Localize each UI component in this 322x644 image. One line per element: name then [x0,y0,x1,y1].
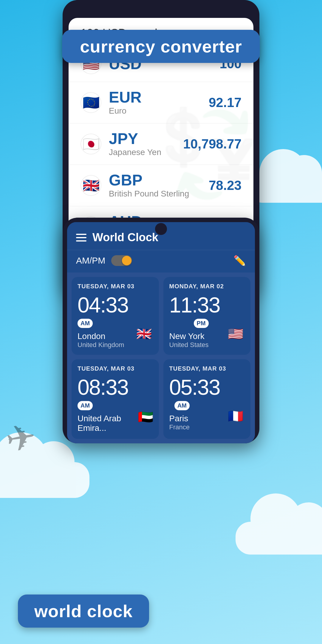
world-clock-toolbar: AM/PM ✏️ [67,250,255,273]
paris-location: AM Paris France [169,401,190,431]
uae-flag: 🇦🇪 [138,411,153,423]
eur-value: 92.17 [209,95,242,110]
toggle-knob [122,256,131,265]
newyork-country: United States [169,341,209,349]
jpy-flag: 🇯🇵 [80,134,101,154]
eur-code: EUR [109,89,209,105]
eur-name: Euro [109,106,209,116]
clock-card-uae[interactable]: TUESDAY, MAR 03 08:33 AM United Arab Emi… [72,359,159,439]
phone-notch [155,223,167,235]
currency-row-gbp[interactable]: 🇬🇧 GBP British Pound Sterling 78.23 [69,165,253,206]
london-date: TUESDAY, MAR 03 [78,283,153,290]
newyork-city: New York [169,332,209,341]
london-city-row: AM London United Kingdom 🇬🇧 [78,319,153,349]
gbp-name: British Pound Sterling [109,189,209,199]
edit-icon[interactable]: ✏️ [233,255,246,267]
uae-ampm: AM [78,401,93,410]
london-ampm: AM [78,319,93,328]
paris-ampm: AM [174,401,190,410]
currency-row-jpy[interactable]: 🇯🇵 JPY Japanese Yen 10,798.77 [69,123,253,165]
paris-city: Paris [169,414,190,423]
clock-card-london[interactable]: TUESDAY, MAR 03 04:33 AM London United K… [72,277,159,355]
eur-flag: 🇪🇺 [80,92,101,113]
paris-flag: 🇫🇷 [227,410,244,422]
newyork-date: MONDAY, MAR 02 [169,283,245,290]
newyork-flag: 🇺🇸 [227,328,244,340]
clock-card-paris[interactable]: TUESDAY, MAR 03 05:33 AM Paris France 🇫🇷 [163,359,251,439]
uae-city-row: AM United Arab Emira... 🇦🇪 [78,401,153,433]
uae-location: AM United Arab Emira... [78,401,138,433]
uae-time: 08:33 [78,377,153,398]
paris-date: TUESDAY, MAR 03 [169,365,245,372]
menu-icon[interactable] [76,234,86,242]
gbp-code: GBP [109,172,209,188]
london-time: 04:33 [78,294,153,316]
clock-grid: TUESDAY, MAR 03 04:33 AM London United K… [67,273,255,443]
currency-row-eur[interactable]: 🇪🇺 EUR Euro 92.17 [69,82,253,123]
world-clock-label: world clock [18,595,149,628]
clock-card-newyork[interactable]: MONDAY, MAR 02 11:33 PM New York United … [163,277,251,355]
jpy-name: Japanese Yen [109,148,183,157]
newyork-ampm: PM [194,319,209,328]
currency-converter-label: currency converter [62,30,260,63]
paris-time: 05:33 [169,377,245,398]
jpy-info: JPY Japanese Yen [109,131,183,157]
london-flag: 🇬🇧 [135,328,153,340]
paris-city-row: AM Paris France 🇫🇷 [169,401,245,431]
eur-info: EUR Euro [109,89,209,116]
cloud-decoration-3 [236,522,322,555]
paris-country: France [169,423,190,431]
london-country: United Kingdom [78,341,124,349]
newyork-location: PM New York United States [169,319,209,349]
london-city: London [78,332,124,341]
ampm-label: AM/PM [76,256,105,266]
world-clock-title: World Clock [92,231,246,244]
uae-city: United Arab Emira... [78,414,138,433]
jpy-value: 10,798.77 [183,137,242,151]
jpy-code: JPY [109,131,183,146]
world-clock-phone: World Clock AM/PM ✏️ TUESDAY, MAR 03 04:… [63,218,259,443]
world-clock-screen: World Clock AM/PM ✏️ TUESDAY, MAR 03 04:… [67,222,255,443]
uae-date: TUESDAY, MAR 03 [78,365,153,372]
gbp-info: GBP British Pound Sterling [109,172,209,199]
ampm-toggle[interactable] [111,255,132,266]
newyork-city-row: PM New York United States 🇺🇸 [169,319,245,349]
gbp-flag: 🇬🇧 [80,175,101,196]
newyork-time: 11:33 [169,294,245,316]
cloud-decoration-2 [0,462,89,498]
london-location: AM London United Kingdom [78,319,124,349]
gbp-value: 78.23 [209,178,242,193]
